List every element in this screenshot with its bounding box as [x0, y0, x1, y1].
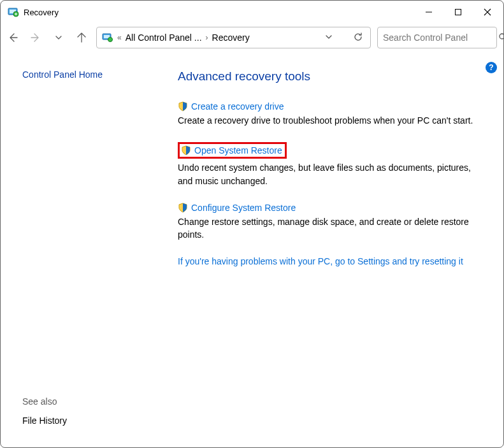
tool-configure-system-restore: Configure System Restore Change restore …: [178, 203, 491, 242]
sidebar-link-file-history[interactable]: File History: [22, 415, 159, 426]
chevron-right-icon: ›: [206, 33, 208, 42]
see-also-label: See also: [22, 396, 159, 407]
svg-point-10: [500, 34, 504, 39]
reset-pc-link-row: If you're having problems with your PC, …: [178, 256, 491, 266]
link-reset-pc-settings[interactable]: If you're having problems with your PC, …: [178, 256, 463, 266]
up-button[interactable]: [76, 32, 87, 43]
window-controls: [414, 1, 502, 24]
content-area: ? Control Panel Home See also File Histo…: [1, 52, 503, 447]
close-button[interactable]: [473, 1, 502, 24]
shield-icon: [178, 101, 188, 112]
page-title: Advanced recovery tools: [178, 69, 491, 83]
desc-create-recovery-drive: Create a recovery drive to troubleshoot …: [178, 114, 484, 127]
tool-create-recovery-drive: Create a recovery drive Create a recover…: [178, 101, 491, 127]
help-icon[interactable]: ?: [486, 62, 497, 73]
link-open-system-restore[interactable]: Open System Restore: [194, 145, 282, 155]
chevron-left-icon: «: [117, 33, 122, 42]
control-panel-icon: [7, 6, 20, 18]
sidebar: Control Panel Home See also File History: [1, 52, 159, 447]
breadcrumb-recovery[interactable]: Recovery: [212, 33, 250, 43]
back-button[interactable]: [7, 32, 18, 43]
minimize-button[interactable]: [414, 1, 443, 24]
navigation-row: « All Control Panel ... › Recovery: [1, 24, 503, 52]
address-dropdown-button[interactable]: [322, 33, 336, 43]
search-input[interactable]: [383, 33, 494, 43]
link-create-recovery-drive[interactable]: Create a recovery drive: [191, 101, 284, 112]
control-panel-small-icon: [102, 33, 113, 43]
desc-configure-system-restore: Change restore settings, manage disk spa…: [178, 215, 484, 242]
window: Recovery: [0, 0, 504, 448]
link-configure-system-restore[interactable]: Configure System Restore: [191, 203, 296, 213]
history-dropdown-button[interactable]: [53, 32, 64, 43]
shield-icon: [181, 145, 191, 155]
titlebar: Recovery: [1, 1, 503, 24]
search-box[interactable]: [377, 27, 497, 48]
desc-open-system-restore: Undo recent system changes, but leave fi…: [178, 161, 484, 187]
highlight-open-system-restore: Open System Restore: [178, 142, 287, 159]
shield-icon: [178, 203, 188, 213]
forward-button[interactable]: [30, 32, 41, 43]
maximize-button[interactable]: [443, 1, 473, 24]
nav-arrows: [7, 32, 96, 43]
address-bar[interactable]: « All Control Panel ... › Recovery: [96, 27, 371, 48]
tool-open-system-restore: Open System Restore Undo recent system c…: [178, 142, 491, 187]
breadcrumb-all-control-panel[interactable]: All Control Panel ...: [126, 33, 202, 43]
search-icon[interactable]: [498, 33, 504, 43]
refresh-button[interactable]: [351, 32, 365, 44]
sidebar-link-control-panel-home[interactable]: Control Panel Home: [22, 69, 159, 80]
svg-point-9: [108, 38, 113, 42]
svg-rect-4: [456, 10, 461, 15]
window-title: Recovery: [24, 8, 414, 17]
main-panel: Advanced recovery tools Create a recover…: [159, 52, 503, 447]
